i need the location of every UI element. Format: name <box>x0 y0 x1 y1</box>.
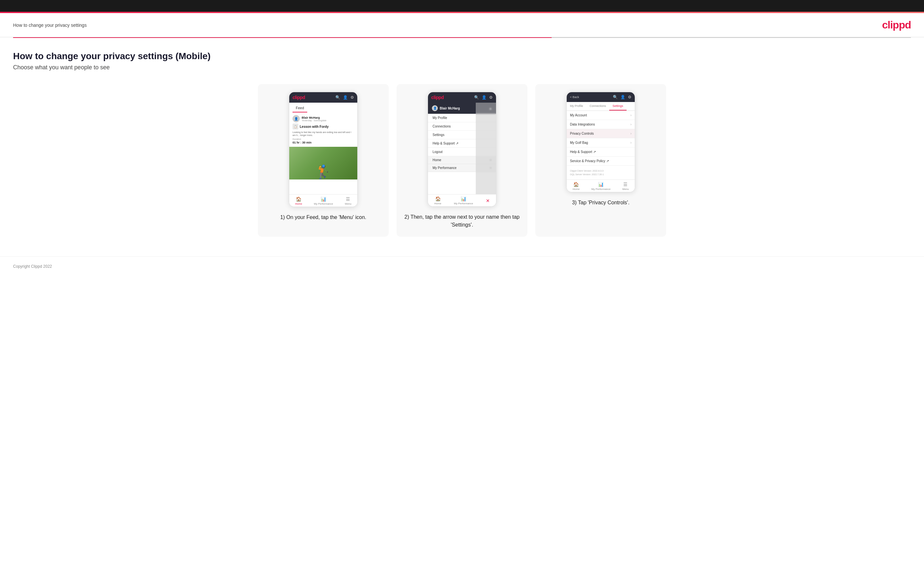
my-golf-bag-label: My Golf Bag <box>570 141 588 145</box>
phone-3-bottom-bar: 🏠 Home 📊 My Performance ☰ Menu <box>567 179 635 192</box>
feed-avatar: 👤 <box>292 115 300 122</box>
feed-duration-label: Duration <box>292 138 354 140</box>
settings-tabs: My Profile Connections Settings <box>567 102 635 111</box>
my-account-chevron: › <box>630 113 632 117</box>
help-support-label-3: Help & Support ↗ <box>570 150 596 154</box>
step-2-phone: clippd 🔍 👤 ⚙ 👤 Blair McHarg <box>428 92 496 206</box>
person-icon-3: 👤 <box>620 95 625 99</box>
phone-2-bottom-bar: 🏠 Home 📊 My Performance ✕ <box>428 194 496 206</box>
settings-icon-3: ⚙ <box>628 95 632 99</box>
page-subheading: Choose what you want people to see <box>13 64 911 71</box>
menu-icon: ☰ <box>346 197 350 202</box>
step-2-card: clippd 🔍 👤 ⚙ 👤 Blair McHarg <box>397 84 527 237</box>
bottom-performance[interactable]: 📊 My Performance <box>314 197 333 205</box>
version-client: Clippd Client Version: 2022.8.3-3 <box>570 169 632 172</box>
section-performance-label: My Performance <box>433 166 456 170</box>
menu-icon-3: ☰ <box>623 182 628 187</box>
menu-user-name: 👤 Blair McHarg <box>432 105 460 111</box>
step-1-card: clippd 🔍 👤 ⚙ Feed 👤 Blair McHarg <box>258 84 389 237</box>
phone-2-nav-icons: 🔍 👤 ⚙ <box>474 95 493 100</box>
privacy-controls-chevron: › <box>630 132 632 135</box>
settings-row-data-integrations[interactable]: Data Integrations › <box>567 120 635 129</box>
logout-label: Logout <box>433 150 443 154</box>
phone-1-navbar: clippd 🔍 👤 ⚙ <box>289 92 357 103</box>
phone-1-logo: clippd <box>292 95 305 100</box>
settings-icon: ⚙ <box>351 95 354 100</box>
copyright-text: Copyright Clippd 2022 <box>13 264 52 269</box>
phone-3-navbar: < Back 🔍 👤 ⚙ <box>567 92 635 102</box>
settings-row-privacy-controls[interactable]: Privacy Controls › <box>567 129 635 138</box>
performance-icon-2: 📊 <box>461 196 466 201</box>
help-label: Help & Support ↗ <box>433 142 459 145</box>
bottom-performance-2[interactable]: 📊 My Performance <box>454 196 473 205</box>
menu-label: Menu <box>345 202 351 205</box>
footer: Copyright Clippd 2022 <box>0 256 924 276</box>
my-profile-label: My Profile <box>433 116 447 120</box>
home-icon-2: 🏠 <box>435 196 441 201</box>
performance-label-2: My Performance <box>454 202 473 205</box>
my-account-label: My Account <box>570 113 587 117</box>
home-label-3: Home <box>573 188 580 190</box>
service-privacy-label: Service & Privacy Policy ↗ <box>570 159 609 163</box>
search-icon: 🔍 <box>335 95 340 100</box>
close-icon: ✕ <box>486 198 490 203</box>
settings-row-help[interactable]: Help & Support ↗ <box>567 147 635 156</box>
golfer-silhouette: 🏌️ <box>315 164 331 179</box>
my-golf-bag-chevron: › <box>630 141 632 145</box>
feed-description: Looking to feel like my hands are exitin… <box>292 131 354 137</box>
settings-row-my-golf-bag[interactable]: My Golf Bag › <box>567 138 635 147</box>
steps-container: clippd 🔍 👤 ⚙ Feed 👤 Blair McHarg <box>13 84 911 237</box>
search-icon-2: 🔍 <box>474 95 479 100</box>
menu-user-avatar: 👤 <box>432 105 438 111</box>
performance-icon-3: 📊 <box>598 182 604 187</box>
tab-settings[interactable]: Settings <box>609 102 627 111</box>
settings-icon-2: ⚙ <box>489 95 493 100</box>
performance-label-3: My Performance <box>591 188 611 190</box>
tab-connections[interactable]: Connections <box>586 102 609 111</box>
page-heading: How to change your privacy settings (Mob… <box>13 51 911 61</box>
settings-label: Settings <box>433 133 444 137</box>
home-label: Home <box>295 202 302 205</box>
step-2-caption: 2) Then, tap the arrow next to your name… <box>404 213 520 229</box>
bottom-close[interactable]: ✕ <box>486 198 490 203</box>
phone-3-nav-icons: 🔍 👤 ⚙ <box>613 95 632 99</box>
performance-icon: 📊 <box>321 197 326 202</box>
logo: clippd <box>882 19 911 31</box>
data-integrations-chevron: › <box>630 122 632 126</box>
settings-row-my-account[interactable]: My Account › <box>567 111 635 120</box>
bottom-home[interactable]: 🏠 Home <box>295 197 302 205</box>
performance-label: My Performance <box>314 202 333 205</box>
step-3-phone: < Back 🔍 👤 ⚙ My Profile Connections Sett… <box>566 92 635 192</box>
feed-image: 🏌️ <box>289 147 357 179</box>
bottom-home-2[interactable]: 🏠 Home <box>434 196 441 205</box>
menu-label-3: Menu <box>622 188 629 190</box>
settings-list: My Account › Data Integrations › Privacy… <box>567 111 635 166</box>
data-integrations-label: Data Integrations <box>570 122 595 126</box>
feed-lesson-row: 📋 Lesson with Fordy <box>292 124 354 129</box>
back-button[interactable]: < Back <box>570 95 579 99</box>
feed-user-row: 👤 Blair McHarg Yesterday · Sunningdale <box>292 115 354 122</box>
bottom-performance-3[interactable]: 📊 My Performance <box>591 182 611 190</box>
blurred-background <box>476 103 496 194</box>
header-title: How to change your privacy settings <box>13 23 87 28</box>
settings-row-service-privacy[interactable]: Service & Privacy Policy ↗ <box>567 156 635 166</box>
version-server: GQL Server Version: 2022.7.30-1 <box>570 172 632 176</box>
version-info: Clippd Client Version: 2022.8.3-3 GQL Se… <box>567 166 635 179</box>
feed-tab: Feed <box>292 104 307 113</box>
top-bar <box>0 0 924 12</box>
tab-my-profile[interactable]: My Profile <box>567 102 586 111</box>
phone-2-navbar: clippd 🔍 👤 ⚙ <box>428 92 496 103</box>
bottom-menu[interactable]: ☰ Menu <box>345 197 351 205</box>
step-1-caption: 1) On your Feed, tap the 'Menu' icon. <box>280 213 366 221</box>
bottom-home-3[interactable]: 🏠 Home <box>573 182 580 190</box>
step-3-caption: 3) Tap 'Privacy Controls'. <box>572 199 630 206</box>
phone-2-logo: clippd <box>431 95 444 100</box>
phone-2-body: 👤 Blair McHarg ▲ My Profile Connections <box>428 103 496 194</box>
feed-lesson-title: Lesson with Fordy <box>300 125 328 129</box>
search-icon-3: 🔍 <box>613 95 618 99</box>
privacy-controls-label: Privacy Controls <box>570 132 594 135</box>
bottom-menu-3[interactable]: ☰ Menu <box>622 182 629 190</box>
feed-user-name: Blair McHarg <box>302 116 326 119</box>
home-icon-3: 🏠 <box>573 182 579 187</box>
lesson-icon: 📋 <box>292 124 299 129</box>
